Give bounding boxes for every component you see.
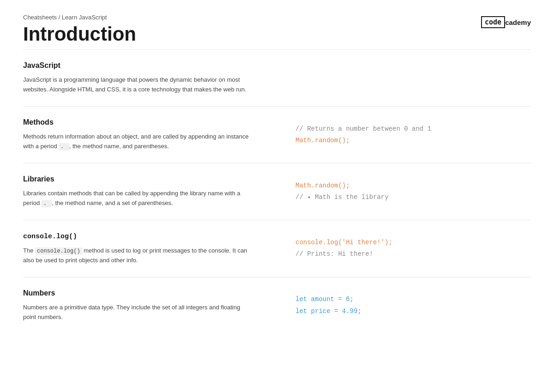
libraries-inline-code: . [42,200,52,207]
section-javascript: JavaScript JavaScript is a programming l… [23,49,531,106]
section-console-log-title-code: console.log() [23,233,77,241]
methods-code-line-1: // Returns a number between 0 and 1 [295,123,431,135]
breadcrumb-separator: / [59,14,62,21]
numbers-code-line-2: let price = 4.99; [295,306,361,317]
section-libraries-left: Libraries Libraries contain methods that… [23,163,277,220]
breadcrumb-prefix: Cheatsheets [23,14,57,21]
logo-academy-part: cademy [505,18,531,26]
section-libraries-right: Math.random(); // ✦ Math is the library [277,163,531,220]
section-javascript-title: JavaScript [23,61,249,70]
console-log-code-line-2: // Prints: Hi there! [295,248,392,260]
section-javascript-desc: JavaScript is a programming language tha… [23,75,249,95]
methods-code-line-2: Math.random(); [295,135,431,146]
console-log-inline-code: console.log() [35,247,82,255]
libraries-code-block: Math.random(); // ✦ Math is the library [295,180,389,203]
header-left: Cheatsheets / Learn JavaScript Introduct… [23,14,136,45]
section-numbers-title: Numbers [23,289,249,297]
methods-code-block: // Returns a number between 0 and 1 Math… [295,123,431,146]
section-numbers: Numbers Numbers are a primitive data typ… [23,277,531,334]
section-console-log-right: console.log('Hi there!'); // Prints: Hi … [277,220,531,277]
section-numbers-left: Numbers Numbers are a primitive data typ… [23,277,277,334]
logo: code cademy [481,16,531,28]
section-console-log-desc: The console.log() method is used to log … [23,246,249,265]
section-numbers-desc: Numbers are a primitive data type. They … [23,303,249,322]
numbers-code-line-1: let amount = 6; [295,294,361,305]
libraries-code-line-1: Math.random(); [295,180,389,192]
logo-code-part: code [485,18,501,26]
console-log-code-block: console.log('Hi there!'); // Prints: Hi … [295,237,392,260]
console-log-code-line-1: console.log('Hi there!'); [295,237,392,248]
numbers-code-block: let amount = 6; let price = 4.99; [295,294,361,317]
section-console-log: console.log() The console.log() method i… [23,220,531,277]
section-libraries: Libraries Libraries contain methods that… [23,163,531,220]
logo-box: code [481,16,505,28]
section-libraries-desc: Libraries contain methods that can be ca… [23,189,249,208]
page-title: Introduction [23,24,136,45]
section-libraries-title: Libraries [23,175,249,183]
section-numbers-right: let amount = 6; let price = 4.99; [277,277,531,334]
breadcrumb-current: Learn JavaScript [62,14,107,21]
section-console-log-title: console.log() [23,232,249,241]
methods-inline-code: . [59,143,69,151]
section-javascript-left: JavaScript JavaScript is a programming l… [23,50,277,106]
section-methods-title: Methods [23,118,249,127]
section-methods-right: // Returns a number between 0 and 1 Math… [277,107,531,163]
page-header: Cheatsheets / Learn JavaScript Introduct… [23,14,531,45]
section-methods: Methods Methods return information about… [23,106,531,163]
breadcrumb: Cheatsheets / Learn JavaScript [23,14,136,21]
libraries-code-line-2: // ✦ Math is the library [295,192,389,203]
section-methods-desc: Methods return information about an obje… [23,132,249,151]
section-console-log-left: console.log() The console.log() method i… [23,220,277,277]
section-javascript-right [277,50,531,106]
section-methods-left: Methods Methods return information about… [23,107,277,163]
